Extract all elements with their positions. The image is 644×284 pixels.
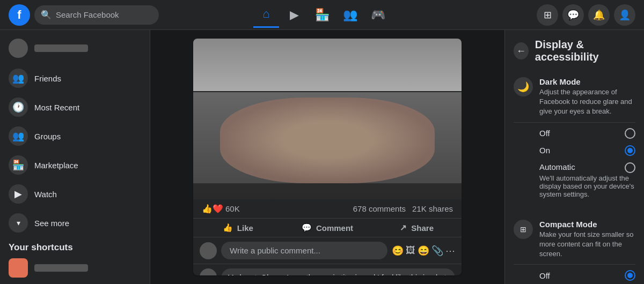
watch-icon: ▶ <box>9 184 28 204</box>
sidebar-item-label: Groups <box>34 132 61 141</box>
comment-button[interactable]: 💬 Comment <box>283 219 372 237</box>
comments-count: 678 comments <box>353 204 406 213</box>
compact-mode-options: Off On <box>514 265 635 284</box>
post-image-bottom <box>193 92 462 199</box>
comment-box: Write a public comment... 😊 🖼 😄 📎 ⋯ <box>193 237 462 264</box>
share-icon: ↗ <box>400 223 407 233</box>
comment-bubble: My heart. Oh my. I saw the movie titanic… <box>221 268 455 275</box>
compact-mode-content: Compact Mode Make your font size smaller… <box>539 220 635 259</box>
panel-header: ← Display & accessibility <box>505 30 644 68</box>
dark-mode-auto-desc: We'll automatically adjust the display b… <box>539 174 635 198</box>
nav-gaming-button[interactable]: 🎮 <box>365 2 391 28</box>
notifications-icon-button[interactable]: 🔔 <box>588 4 610 26</box>
dark-mode-options: Off On Automatic We'll automatically adj… <box>514 123 635 206</box>
dark-mode-title: Dark Mode <box>539 77 635 86</box>
sidebar-user-row[interactable] <box>4 34 145 62</box>
center-feed: 👍❤️ 60K 678 comments 21K shares 👍 Like 💬… <box>150 30 504 284</box>
shortcuts-header: Your shortcuts <box>4 238 145 255</box>
attachment-icon[interactable]: 📎 <box>431 245 443 257</box>
shortcut-item[interactable]: 8 Ball Pool <box>4 281 145 284</box>
dark-mode-on-radio[interactable] <box>625 145 635 156</box>
post-actions: 👍 Like 💬 Comment ↗ Share <box>193 219 462 237</box>
facebook-logo: f <box>9 4 30 26</box>
grid-icon-button[interactable]: ⊞ <box>537 4 558 26</box>
sidebar-item-label: Friends <box>34 74 61 83</box>
reaction-right: 678 comments 21K shares <box>353 204 453 213</box>
emoji-icon[interactable]: 😊 <box>392 245 404 257</box>
avatar <box>9 39 28 58</box>
comment-entry: My heart. Oh my. I saw the movie titanic… <box>193 264 462 275</box>
sidebar-item-see-more[interactable]: ▾ See more <box>4 209 145 237</box>
right-panel: ← Display & accessibility 🌙 Dark Mode Ad… <box>504 30 644 284</box>
compact-mode-desc: Make your font size smaller so more cont… <box>539 230 635 259</box>
comment-body: My heart. Oh my. I saw the movie titanic… <box>221 268 455 275</box>
post-image-stack <box>193 39 462 199</box>
sidebar-item-label: See more <box>34 219 69 228</box>
nav-marketplace-button[interactable]: 🏪 <box>309 2 335 28</box>
nav-right: ⊞ 💬 🔔 👤 <box>485 4 635 26</box>
see-more-icon: ▾ <box>9 213 28 233</box>
panel-section-dark-mode: 🌙 Dark Mode Adjust the appearance of Fac… <box>505 68 644 210</box>
comment-icon: 💬 <box>302 223 312 233</box>
compact-mode-off-radio[interactable] <box>625 270 635 281</box>
panel-title: Display & accessibility <box>535 39 635 63</box>
account-icon-button[interactable]: 👤 <box>614 4 635 26</box>
share-label: Share <box>411 223 434 233</box>
dark-mode-desc: Adjust the appearance of Facebook to red… <box>539 87 635 117</box>
like-label: Like <box>237 223 253 233</box>
compact-mode-off-row: Off <box>539 267 635 284</box>
nav-left: f 🔍 <box>9 4 159 26</box>
dark-mode-auto-radio[interactable] <box>625 162 635 173</box>
search-box[interactable]: 🔍 <box>34 5 159 25</box>
groups-icon: 👥 <box>9 126 28 146</box>
sidebar-item-marketplace[interactable]: 🏪 Marketplace <box>4 151 145 179</box>
gif-icon[interactable]: 🖼 <box>406 245 415 257</box>
search-input[interactable] <box>56 10 152 19</box>
top-navigation: f 🔍 ⌂ ▶ 🏪 👥 🎮 ⊞ 💬 🔔 👤 <box>0 0 644 30</box>
shares-count: 21K shares <box>412 204 453 213</box>
panel-section-compact-mode: ⊞ Compact Mode Make your font size small… <box>505 210 644 284</box>
back-button[interactable]: ← <box>514 42 529 59</box>
post-reactions: 👍❤️ 60K 678 comments 21K shares <box>193 199 462 219</box>
nav-watch-button[interactable]: ▶ <box>281 2 307 28</box>
left-sidebar: 👥 Friends 🕐 Most Recent 👥 Groups 🏪 Marke… <box>0 30 150 284</box>
shortcut-item[interactable] <box>4 255 145 281</box>
commenter-avatar-small <box>200 268 217 275</box>
compact-mode-off-label: Off <box>539 271 550 280</box>
compact-mode-icon: ⊞ <box>514 220 533 239</box>
sticker-icon[interactable]: 😄 <box>418 245 429 257</box>
post-card: 👍❤️ 60K 678 comments 21K shares 👍 Like 💬… <box>193 39 462 275</box>
dark-mode-on-row: On <box>539 142 635 159</box>
reaction-emoji-icons: 👍❤️ <box>202 204 223 214</box>
sidebar-item-label: Marketplace <box>34 161 78 170</box>
dark-mode-off-label: Off <box>539 129 550 138</box>
compact-mode-title: Compact Mode <box>539 220 635 229</box>
like-icon: 👍 <box>223 223 233 233</box>
dark-mode-auto-label: Automatic <box>539 162 575 173</box>
more-icon[interactable]: ⋯ <box>445 245 455 257</box>
sidebar-item-label: Most Recent <box>34 103 79 112</box>
sidebar-item-label: Watch <box>34 190 57 199</box>
sidebar-item-groups[interactable]: 👥 Groups <box>4 122 145 150</box>
comment-input-field[interactable]: Write a public comment... <box>221 242 387 259</box>
comment-emoji-icons: 😊 🖼 😄 📎 ⋯ <box>392 245 455 257</box>
like-button[interactable]: 👍 Like <box>193 219 283 237</box>
shortcut-label <box>34 264 88 272</box>
dark-mode-auto-row: Automatic We'll automatically adjust the… <box>539 159 635 201</box>
sidebar-item-friends[interactable]: 👥 Friends <box>4 64 145 92</box>
sidebar-item-most-recent[interactable]: 🕐 Most Recent <box>4 93 145 121</box>
reaction-count: 60K <box>225 204 240 213</box>
main-layout: 👥 Friends 🕐 Most Recent 👥 Groups 🏪 Marke… <box>0 30 644 284</box>
search-icon: 🔍 <box>41 10 52 20</box>
nav-home-button[interactable]: ⌂ <box>253 2 279 28</box>
dark-mode-section: 🌙 Dark Mode Adjust the appearance of Fac… <box>514 72 635 123</box>
nav-center: ⌂ ▶ 🏪 👥 🎮 <box>159 2 485 28</box>
dark-mode-off-radio[interactable] <box>625 128 635 139</box>
nav-groups-button[interactable]: 👥 <box>337 2 363 28</box>
messenger-icon-button[interactable]: 💬 <box>562 4 584 26</box>
dark-mode-icon: 🌙 <box>514 77 533 96</box>
sidebar-item-watch[interactable]: ▶ Watch <box>4 180 145 208</box>
share-button[interactable]: ↗ Share <box>372 219 462 237</box>
commenter-avatar <box>200 242 217 259</box>
comment-label: Comment <box>316 223 353 233</box>
